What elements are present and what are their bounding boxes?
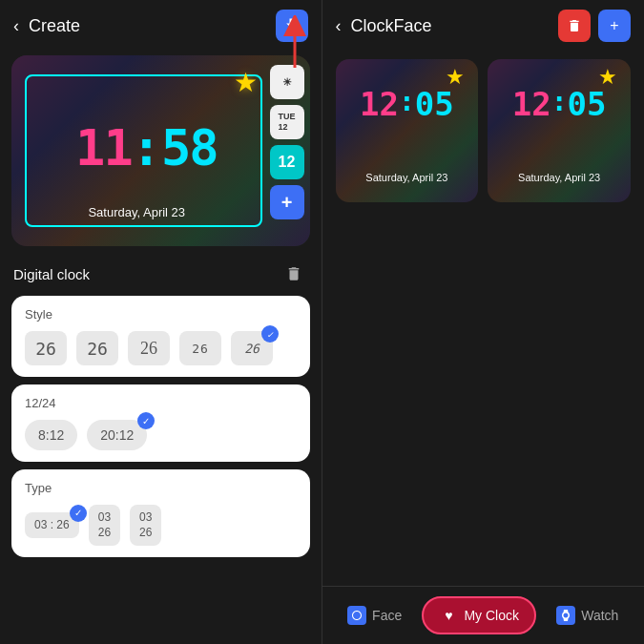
clock-date: Saturday, April 23	[11, 205, 262, 219]
time-options: 8:12 ✓ 20:12	[25, 420, 297, 450]
back-icon-left[interactable]: ‹	[13, 16, 19, 36]
time-option-24[interactable]: ✓ 20:12	[87, 420, 147, 450]
widget-add[interactable]: +	[270, 185, 304, 219]
delete-button[interactable]	[558, 10, 591, 42]
face-2-colon: :	[551, 89, 568, 119]
delete-icon	[567, 18, 582, 33]
style-option-2[interactable]: 26	[76, 331, 118, 365]
face-1-time: 12 : 05	[336, 88, 479, 120]
style-option-4[interactable]: 26	[179, 331, 221, 365]
type-option-2[interactable]: 0326	[89, 505, 120, 546]
face-2-hours: 12	[512, 88, 551, 120]
face-icon	[351, 610, 363, 621]
style-option-5-text: 26	[244, 342, 260, 356]
nav-myclock-label: My Clock	[464, 608, 519, 623]
time-option-12[interactable]: 8:12	[25, 420, 77, 450]
clock-minutes: 58	[161, 123, 218, 173]
section-label: Digital clock	[0, 254, 322, 292]
time-format-card: 12/24 8:12 ✓ 20:12	[11, 384, 310, 462]
trash-icon	[285, 265, 302, 282]
clock-faces-row: ★ 12 : 05 Saturday, April 23 ★ 12 : 05 S…	[322, 52, 645, 210]
style-option-1[interactable]: 26	[25, 331, 67, 365]
time-format-label: 12/24	[25, 396, 297, 410]
right-header-buttons: +	[558, 10, 631, 42]
star-decoration: ★	[234, 67, 258, 98]
right-panel: ‹ ClockFace + ★ 12 : 05 Saturday, April …	[322, 0, 645, 644]
time-option-12-text: 8:12	[38, 427, 64, 443]
back-icon-right[interactable]: ‹	[336, 16, 342, 36]
clock-preview-area: ★ 11 : 58 Saturday, April 23 ☀ TUE12 12 …	[11, 55, 310, 246]
watch-nav-icon	[556, 606, 575, 625]
face-2-time: 12 : 05	[488, 88, 631, 120]
add-icon: +	[610, 17, 618, 34]
right-title: ClockFace	[351, 16, 550, 36]
nav-face[interactable]: Face	[332, 598, 417, 633]
nav-face-label: Face	[372, 608, 402, 623]
style-options: 26 26 26 26 26 ✓	[25, 331, 297, 365]
side-widgets: ☀ TUE12 12 +	[270, 65, 304, 219]
left-panel: ‹ Create ★ 11 : 58 Saturday, April	[0, 0, 322, 644]
selected-check: ✓	[261, 325, 279, 343]
type-label: Type	[25, 481, 297, 495]
style-option-3[interactable]: 26	[128, 331, 170, 365]
face-2-minutes: 05	[568, 88, 607, 120]
nav-watch-label: Watch	[581, 608, 618, 623]
myclock-nav-icon: ♥	[439, 606, 458, 625]
clock-hours: 11	[75, 123, 132, 173]
nav-myclock[interactable]: ♥ My Clock	[422, 596, 536, 634]
face-1-date: Saturday, April 23	[336, 172, 479, 183]
clock-face-2[interactable]: ★ 12 : 05 Saturday, April 23	[488, 59, 631, 202]
clock-colon: :	[132, 123, 161, 173]
clock-face-1[interactable]: ★ 12 : 05 Saturday, April 23	[336, 59, 479, 202]
face-nav-icon	[347, 606, 366, 625]
type-option-1-text: 03 : 26	[34, 518, 70, 531]
style-label: Style	[25, 307, 297, 322]
delete-section-button[interactable]	[280, 260, 308, 288]
add-button[interactable]: +	[598, 10, 631, 42]
type-options: ✓ 03 : 26 0326 0326	[25, 505, 297, 546]
type-selected-check: ✓	[70, 505, 87, 522]
bottom-nav: Face ♥ My Clock Watch	[322, 586, 645, 644]
style-card: Style 26 26 26 26 26 ✓	[11, 296, 310, 377]
type-option-3-text: 0326	[139, 510, 152, 539]
type-option-2-text: 0326	[98, 510, 111, 539]
type-option-3[interactable]: 0326	[130, 505, 161, 546]
red-arrow	[257, 15, 314, 73]
digital-clock-label: Digital clock	[13, 266, 90, 282]
clock-time: 11 : 58	[75, 123, 218, 173]
type-card: Type ✓ 03 : 26 0326 0326	[11, 469, 310, 557]
left-title: Create	[29, 16, 266, 36]
face-1-hours: 12	[360, 88, 399, 120]
time-option-24-text: 20:12	[100, 427, 134, 443]
style-option-5[interactable]: 26 ✓	[231, 331, 273, 365]
face-1-minutes: 05	[415, 88, 454, 120]
watch-icon	[560, 610, 571, 621]
face-2-date: Saturday, April 23	[488, 172, 631, 183]
face-1-colon: :	[399, 89, 415, 119]
nav-watch[interactable]: Watch	[541, 598, 634, 633]
widget-number[interactable]: 12	[270, 145, 304, 179]
type-option-1[interactable]: ✓ 03 : 26	[25, 512, 79, 539]
time-selected-check: ✓	[137, 412, 155, 429]
widget-calendar[interactable]: TUE12	[270, 105, 304, 139]
right-header: ‹ ClockFace +	[322, 0, 645, 52]
